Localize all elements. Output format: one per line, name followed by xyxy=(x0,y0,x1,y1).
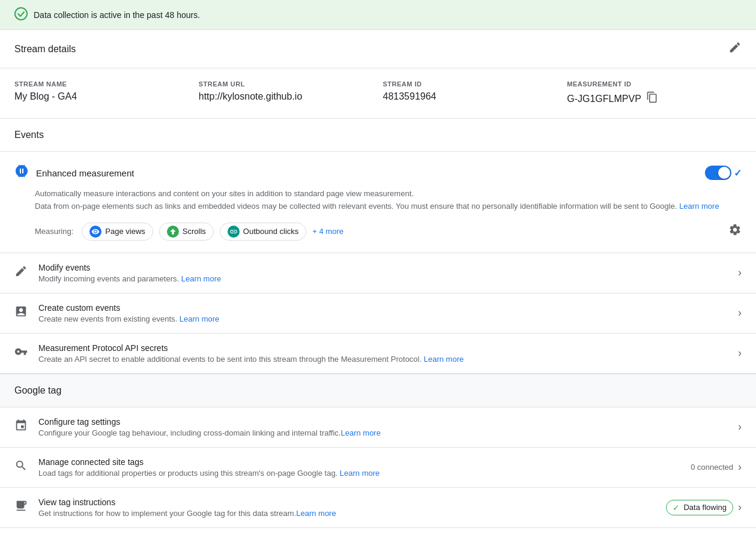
configure-tag-right: › xyxy=(738,421,742,433)
view-tag-instructions-arrow-icon: › xyxy=(738,501,742,514)
view-tag-instructions-content: View tag instructions Get instructions f… xyxy=(38,497,656,518)
status-text: Data collection is active in the past 48… xyxy=(34,10,200,20)
enhanced-card-header: Enhanced measurement ✓ xyxy=(14,164,742,182)
measurement-id-row: G-JG1GFLMPVP xyxy=(567,91,742,106)
stream-id-label: STREAM ID xyxy=(383,80,558,88)
data-flowing-label: Data flowing xyxy=(683,503,727,512)
enhanced-learn-more[interactable]: Learn more xyxy=(679,202,719,211)
create-custom-events-title: Create custom events xyxy=(38,303,728,313)
measurement-protocol-content: Measurement Protocol API secrets Create … xyxy=(38,343,728,364)
view-tag-instructions-learn-more[interactable]: Learn more xyxy=(296,509,336,518)
create-custom-events-content: Create custom events Create new events f… xyxy=(38,303,728,323)
stream-details-grid: STREAM NAME My Blog - GA4 STREAM URL htt… xyxy=(0,68,756,119)
configure-tag-desc: Configure your Google tag behaviour, inc… xyxy=(38,428,728,437)
manage-site-tags-desc: Load tags for additional properties or p… xyxy=(38,469,681,478)
events-section: Events Enhanced measurement ✓ xyxy=(0,119,756,374)
manage-site-tags-content: Manage connected site tags Load tags for… xyxy=(38,457,681,478)
status-banner: Data collection is active in the past 48… xyxy=(0,0,756,30)
modify-events-desc: Modify incoming events and parameters. L… xyxy=(38,274,728,283)
stream-name-value: My Blog - GA4 xyxy=(14,91,189,102)
manage-site-tags-item[interactable]: Manage connected site tags Load tags for… xyxy=(0,448,756,488)
create-custom-events-icon xyxy=(14,305,29,321)
stream-details-header: Stream details xyxy=(0,30,756,68)
create-custom-events-learn-more[interactable]: Learn more xyxy=(180,314,219,323)
copy-icon[interactable] xyxy=(646,91,658,106)
view-tag-instructions-right: ✓ Data flowing › xyxy=(666,500,742,515)
edit-icon[interactable] xyxy=(728,41,742,57)
manage-site-tags-learn-more[interactable]: Learn more xyxy=(340,469,380,478)
enhanced-card-title-row: Enhanced measurement xyxy=(14,164,134,182)
create-custom-events-arrow-icon: › xyxy=(738,307,742,319)
chip-scrolls-label: Scrolls xyxy=(183,227,206,236)
stream-id-value: 4813591964 xyxy=(383,91,558,102)
google-tag-section: Google tag Configure tag settings Config… xyxy=(0,374,756,528)
more-link[interactable]: + 4 more xyxy=(312,227,343,236)
configure-tag-title: Configure tag settings xyxy=(38,417,728,427)
outbound-clicks-icon xyxy=(228,226,240,238)
manage-site-tags-right: 0 connected › xyxy=(691,461,742,473)
enhanced-description: Automatically measure interactions and c… xyxy=(35,188,742,213)
modify-events-item[interactable]: Modify events Modify incoming events and… xyxy=(0,253,756,293)
data-flowing-badge: ✓ Data flowing xyxy=(666,500,733,515)
view-tag-instructions-icon xyxy=(14,499,29,515)
stream-id-field: STREAM ID 4813591964 xyxy=(383,80,558,106)
chip-scrolls: Scrolls xyxy=(159,223,214,241)
view-tag-instructions-item[interactable]: View tag instructions Get instructions f… xyxy=(0,488,756,528)
measurement-protocol-item[interactable]: Measurement Protocol API secrets Create … xyxy=(0,334,756,374)
enhanced-measurement-icon xyxy=(14,164,29,182)
data-flowing-icon: ✓ xyxy=(673,503,680,512)
measurement-protocol-learn-more[interactable]: Learn more xyxy=(424,355,464,364)
measuring-label: Measuring: xyxy=(35,227,73,236)
view-tag-instructions-title: View tag instructions xyxy=(38,497,656,507)
manage-site-tags-icon xyxy=(14,459,29,475)
measurement-id-label: MEASUREMENT ID xyxy=(567,80,742,88)
manage-site-tags-arrow-icon: › xyxy=(738,461,742,473)
google-tag-header: Google tag xyxy=(0,374,756,407)
create-custom-events-item[interactable]: Create custom events Create new events f… xyxy=(0,293,756,334)
page-views-icon xyxy=(89,226,101,238)
modify-events-content: Modify events Modify incoming events and… xyxy=(38,263,728,283)
measurement-id-value: G-JG1GFLMPVP xyxy=(567,94,641,104)
stream-url-label: STREAM URL xyxy=(199,80,373,88)
enhanced-measurement-card: Enhanced measurement ✓ Automatically mea… xyxy=(0,152,756,253)
svg-point-0 xyxy=(15,8,27,20)
configure-tag-content: Configure tag settings Configure your Go… xyxy=(38,417,728,437)
measurement-protocol-title: Measurement Protocol API secrets xyxy=(38,343,728,353)
scrolls-icon xyxy=(167,226,179,238)
measurement-protocol-desc: Create an API secret to enable additiona… xyxy=(38,355,728,364)
chip-page-views-label: Page views xyxy=(105,227,145,236)
measuring-row: Measuring: Page views Scrolls xyxy=(35,223,742,241)
measuring-gear-icon[interactable] xyxy=(728,223,742,239)
chip-outbound-clicks-label: Outbound clicks xyxy=(243,227,299,236)
stream-url-value: http://kylosnote.github.io xyxy=(199,91,373,102)
stream-details-title: Stream details xyxy=(14,44,76,55)
modify-events-icon xyxy=(14,265,29,281)
create-custom-events-desc: Create new events from existing events. … xyxy=(38,314,728,323)
manage-site-tags-title: Manage connected site tags xyxy=(38,457,681,467)
configure-tag-icon xyxy=(14,419,29,435)
configure-tag-item[interactable]: Configure tag settings Configure your Go… xyxy=(0,407,756,448)
stream-url-field: STREAM URL http://kylosnote.github.io xyxy=(199,80,373,106)
events-header: Events xyxy=(0,119,756,152)
connected-badge: 0 connected xyxy=(691,463,733,472)
stream-name-field: STREAM NAME My Blog - GA4 xyxy=(14,80,189,106)
chip-outbound-clicks: Outbound clicks xyxy=(220,223,307,241)
enhanced-toggle[interactable]: ✓ xyxy=(705,166,742,180)
modify-events-arrow-icon: › xyxy=(738,266,742,279)
modify-events-title: Modify events xyxy=(38,263,728,272)
chip-page-views: Page views xyxy=(82,223,153,241)
view-tag-instructions-desc: Get instructions for how to implement yo… xyxy=(38,509,656,518)
stream-name-label: STREAM NAME xyxy=(14,80,189,88)
measurement-id-field: MEASUREMENT ID G-JG1GFLMPVP xyxy=(567,80,742,106)
enhanced-title: Enhanced measurement xyxy=(36,168,134,178)
configure-tag-learn-more[interactable]: Learn more xyxy=(340,428,380,437)
status-check-icon xyxy=(14,7,28,22)
measurement-protocol-arrow-icon: › xyxy=(738,347,742,359)
configure-tag-arrow-icon: › xyxy=(738,421,742,433)
measurement-protocol-icon xyxy=(14,345,29,361)
modify-events-learn-more[interactable]: Learn more xyxy=(181,274,221,283)
